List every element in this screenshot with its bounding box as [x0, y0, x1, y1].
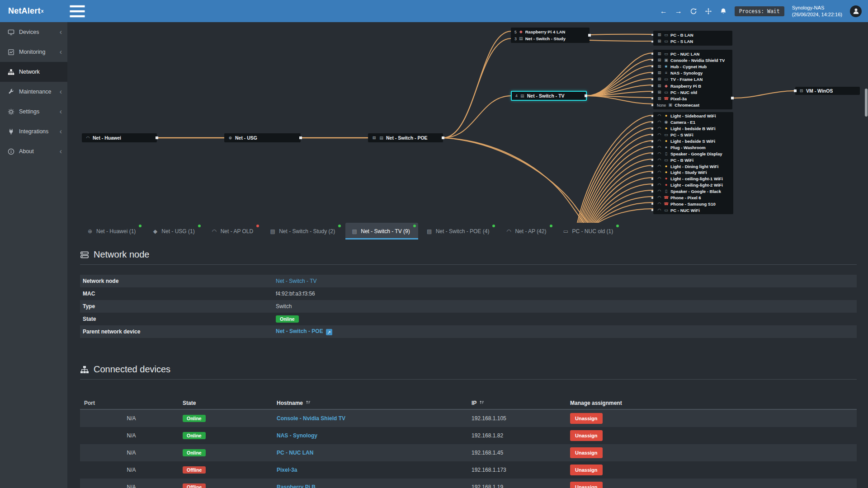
status-badge: Online: [183, 449, 206, 456]
hostname-link[interactable]: Pixel-3a: [277, 467, 297, 473]
status-badge: Online: [276, 315, 299, 323]
device-node[interactable]: Speaker - Google - Black: [653, 188, 733, 195]
bell-icon[interactable]: [720, 8, 727, 15]
bulb-icon: [664, 139, 669, 143]
device-node[interactable]: PC - B WiFi: [653, 157, 733, 163]
col-manage: Manage assignment: [570, 400, 857, 406]
move-icon[interactable]: [705, 8, 712, 15]
port-label: 4: [515, 94, 518, 98]
device-node[interactable]: PC - S WiFi: [653, 132, 733, 138]
unassign-button[interactable]: Unassign: [570, 413, 603, 424]
hostname-link[interactable]: NAS - Synology: [277, 432, 317, 439]
unassign-button[interactable]: Unassign: [570, 465, 603, 475]
sidebar-item-devices[interactable]: Devices ‹: [0, 22, 67, 42]
parent-node-link[interactable]: Net - Switch - POE: [276, 328, 323, 334]
open-node-icon[interactable]: [326, 329, 332, 335]
node-net-switch-poe[interactable]: Net - Switch - POE: [368, 133, 443, 142]
network-topology: Net - Huawei Net - USG Net - Switch - PO…: [67, 22, 868, 223]
tab-label: Net - AP (42): [515, 228, 546, 235]
device-node[interactable]: None Chromecast: [653, 102, 732, 108]
device-node[interactable]: Console - Nvidia Shield TV: [653, 57, 732, 63]
tab-net-switch-study[interactable]: Net - Switch - Study (2): [264, 223, 343, 239]
tv-icon: [664, 77, 669, 81]
device-node[interactable]: Phone - Pixel 6: [653, 195, 733, 201]
sort-icon[interactable]: [479, 399, 484, 406]
node-net-huawei[interactable]: Net - Huawei: [82, 133, 157, 142]
node-net-switch-study[interactable]: 3 Net - Switch - Study: [511, 35, 590, 42]
section-title-connected-devices: Connected devices: [80, 364, 857, 375]
tab-net-ap-old[interactable]: Net - AP OLD: [205, 223, 261, 239]
tab-net-ap[interactable]: Net - AP (42): [500, 223, 554, 239]
scrollbar-thumb[interactable]: [865, 89, 868, 117]
node-net-usg[interactable]: Net - USG: [224, 133, 301, 142]
device-node[interactable]: Light - ceiling-light-1 WiFi: [653, 176, 733, 182]
device-node[interactable]: Light - ceiling-light-2 WiFi: [653, 182, 733, 188]
tab-net-usg[interactable]: Net - USG (1): [146, 223, 203, 239]
ip-value: 192.168.1.173: [472, 467, 570, 473]
table-row: N/A Online Console - Nvidia Shield TV 19…: [80, 410, 857, 427]
col-ip[interactable]: IP: [472, 399, 570, 406]
device-node[interactable]: Raspberry Pi B: [653, 83, 732, 89]
reload-icon[interactable]: [690, 8, 697, 15]
device-node[interactable]: Light - Study WiFi: [653, 169, 733, 176]
device-node[interactable]: TV - Frame LAN: [653, 76, 732, 83]
chevron-left-icon: ‹: [60, 28, 62, 36]
forward-icon[interactable]: →: [675, 8, 682, 15]
bulb-icon: [664, 164, 669, 169]
avatar[interactable]: [850, 5, 862, 17]
device-node[interactable]: Light - bedside B WiFi: [653, 126, 733, 132]
tab-net-huawei[interactable]: Net - Huawei (1): [81, 223, 144, 239]
device-node[interactable]: Phone - Samsung S10: [653, 201, 733, 207]
sidebar-item-about[interactable]: About ‹: [0, 141, 67, 161]
hostname-link[interactable]: Raspberry Pi B: [277, 484, 316, 488]
app-logo[interactable]: NetAlertx: [0, 0, 67, 22]
node-vm-winos[interactable]: VM - WinOS: [795, 87, 860, 95]
device-node[interactable]: PC - NUC WiFi: [653, 207, 733, 213]
table-body: N/A Online Console - Nvidia Shield TV 19…: [80, 410, 857, 488]
wifi-icon: [85, 136, 90, 140]
sidebar-item-network[interactable]: Network: [0, 62, 67, 82]
unassign-button[interactable]: Unassign: [570, 430, 603, 441]
unassign-button[interactable]: Unassign: [570, 482, 603, 488]
device-node[interactable]: PC - B LAN: [653, 32, 732, 38]
hostname-link[interactable]: PC - NUC LAN: [277, 450, 313, 456]
device-node[interactable]: Light - Dining light WiFi: [653, 163, 733, 169]
node-raspberry-pi-4-lan[interactable]: 5 Raspberry Pi 4 LAN: [511, 28, 590, 35]
lan-icon: [657, 84, 662, 88]
device-node[interactable]: NAS - Synology: [653, 70, 732, 76]
monitor-icon: [664, 52, 669, 56]
node-net-switch-tv-selected[interactable]: 4 Net - Switch - TV: [511, 91, 587, 101]
device-node[interactable]: Light - Sideboard WiFi: [653, 113, 733, 119]
lan-icon: [657, 77, 662, 81]
tab-net-switch-poe[interactable]: Net - Switch - POE (4): [420, 223, 498, 239]
device-node[interactable]: PC - S LAN: [653, 38, 732, 45]
node-tabs: Net - Huawei (1) Net - USG (1) Net - AP …: [67, 223, 868, 239]
hostname-link[interactable]: Console - Nvidia Shield TV: [277, 415, 345, 422]
sidebar-item-settings[interactable]: Settings ‹: [0, 102, 67, 122]
menu-toggle-icon[interactable]: [67, 0, 87, 22]
device-node[interactable]: Light - bedside S WiFi: [653, 138, 733, 145]
device-node[interactable]: Pixel-3a: [653, 95, 732, 102]
device-node[interactable]: PC - NUC old: [653, 89, 732, 95]
server-icon: [80, 250, 89, 259]
tab-net-switch-tv[interactable]: Net - Switch - TV (9): [345, 223, 418, 239]
device-node[interactable]: Hub - Cygnet Hub: [653, 63, 732, 70]
unassign-button[interactable]: Unassign: [570, 447, 603, 458]
tab-pc-nuc-old[interactable]: PC - NUC old (1): [557, 223, 622, 239]
sidebar-item-monitoring[interactable]: Monitoring ‹: [0, 42, 67, 62]
device-node[interactable]: Plug - Washroom: [653, 144, 733, 150]
device-node[interactable]: Speaker - Google Display: [653, 150, 733, 157]
back-icon[interactable]: ←: [660, 8, 667, 15]
col-hostname[interactable]: Hostname: [277, 399, 472, 406]
device-node[interactable]: PC - NUC LAN: [653, 51, 732, 57]
sidebar-item-integrations[interactable]: Integrations ‹: [0, 122, 67, 141]
speaker-icon: [664, 152, 669, 156]
node-link[interactable]: Net - Switch - TV: [276, 278, 316, 284]
monitor-icon: [664, 158, 669, 162]
sort-icon[interactable]: [306, 399, 311, 406]
wifi-icon: [657, 183, 662, 187]
globe-icon: [87, 229, 93, 234]
sidebar-item-maintenance[interactable]: Maintenance ‹: [0, 82, 67, 102]
device-node[interactable]: Camera - E1: [653, 119, 733, 126]
status-badge: Offline: [183, 483, 206, 488]
